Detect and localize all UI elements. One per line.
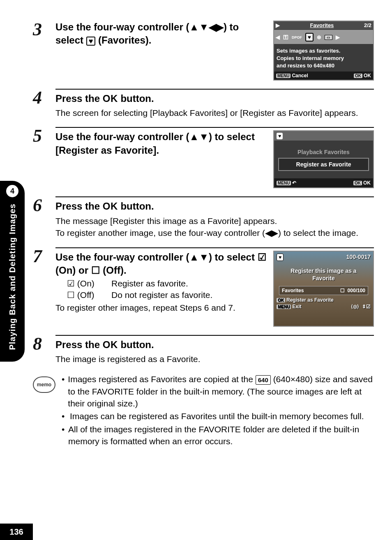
step-3: 3 Use the four-way controller (▲▼◀▶) to … (33, 21, 374, 81)
page-content: 3 Use the four-way controller (▲▼◀▶) to … (33, 21, 374, 448)
menu-button-label: MENU (277, 305, 291, 309)
step-number: 3 (33, 21, 49, 39)
step-7: 7 Use the four-way controller (▲▼) to se… (33, 247, 374, 327)
ok-button-label: OK (353, 181, 362, 185)
favorites-icon: ♥ (277, 133, 283, 139)
nav-icons: ⟨◎⟩ ⇕☑ (351, 304, 371, 309)
step-4-title: Press the OK button. (55, 92, 374, 105)
ok-button-label: OK (277, 298, 285, 302)
memo-block: memo •Images registered as Favorites are… (33, 373, 374, 448)
step-4-desc: The screen for selecting [Playback Favor… (55, 107, 374, 119)
startup-icon: ⊛ (317, 34, 321, 40)
cancel-label: Cancel (292, 73, 308, 78)
lcd-title: Favorites (310, 22, 334, 28)
register-as-favorite-label: Register as Favorite (286, 297, 334, 303)
file-number: 100-0017 (346, 254, 371, 260)
key-icon: ⚿ (283, 34, 288, 40)
memo-icon: memo (33, 376, 55, 393)
step-7-repeat: To register other images, repeat Steps 6… (55, 302, 267, 314)
page-number: 136 (0, 524, 33, 540)
lcd-description: Sets images as favorites. Copies to inte… (274, 44, 373, 72)
step-7-title: Use the four-way controller (▲▼) to sele… (55, 251, 267, 277)
favorites-icon: ♥ (86, 37, 96, 46)
favorites-counter-bar: Favorites ☐ 000/100 (279, 286, 368, 295)
step-5: 5 Use the four-way controller (▲▼) to se… (33, 127, 374, 188)
step-3-title: Use the four-way controller (▲▼◀▶) to se… (55, 21, 267, 47)
off-option: ☐ (Off) (67, 290, 104, 300)
lcd-page-indicator: 2/2 (364, 22, 371, 28)
step-8: 8 Press the OK button. The image is regi… (33, 335, 374, 365)
ok-text: OK (364, 73, 371, 78)
favorites-icon-selected: ♥ (305, 33, 314, 42)
lcd-register-image: ♥ 100-0017 Register this image as a Favo… (273, 251, 374, 327)
chapter-number-badge: 4 (6, 185, 18, 197)
step-number: 7 (33, 247, 49, 265)
back-icon: ↶ (292, 180, 296, 186)
dpof-icon: DPOF (292, 35, 302, 39)
checkbox-icon: ☐ (340, 288, 345, 293)
step-6-title: Press the OK button. (55, 200, 374, 213)
ok-text: OK (363, 180, 371, 186)
step-4: 4 Press the OK button. The screen for se… (33, 89, 374, 119)
lcd-icon-row: ◀ ⚿ DPOF ♥ ⊛ ▭ ▶ (274, 30, 373, 44)
step-5-title: Use the four-way controller (▲▼) to sele… (55, 130, 267, 157)
step-number: 8 (33, 335, 49, 353)
step-number: 4 (33, 89, 49, 107)
on-option: ☑ (On) (67, 279, 104, 288)
playback-icon: ▶ (276, 22, 280, 28)
step-6: 6 Press the OK button. The message [Regi… (33, 196, 374, 239)
memo-bullet-2: Images can be registered as Favorites un… (70, 410, 364, 422)
menu-button-label: MENU (276, 74, 291, 78)
memo-bullet-1: Images registered as Favorites are copie… (68, 373, 374, 409)
menu-register-as-favorite: Register as Favorite (278, 158, 369, 171)
step-6-desc: The message [Register this image as a Fa… (55, 215, 374, 239)
step-number: 5 (33, 127, 49, 145)
menu-playback-favorites: Playback Favorites (278, 146, 369, 158)
on-desc: Register as favorite. (111, 279, 188, 288)
step-8-desc: The image is registered as a Favorite. (55, 353, 374, 365)
favorites-icon: ♥ (277, 254, 284, 261)
lcd-favorite-menu: ♥ Playback Favorites Register as Favorit… (273, 130, 374, 188)
memo-bullet-3: All of the images registered in the FAVO… (68, 423, 374, 448)
frame-icon: ▭ (325, 35, 332, 40)
exit-label: Exit (292, 304, 301, 309)
lcd-favorites-palette: ▶ Favorites 2/2 ◀ ⚿ DPOF ♥ ⊛ ▭ ▶ Set (273, 21, 374, 81)
chapter-side-tab: 4 Playing Back and Deleting Images (0, 181, 25, 362)
ok-button-label: OK (354, 74, 362, 78)
size-640-badge: 640 (256, 375, 271, 385)
chapter-title: Playing Back and Deleting Images (8, 203, 17, 350)
menu-button-label: MENU (277, 181, 291, 185)
off-desc: Do not register as favorite. (111, 290, 212, 300)
step-number: 6 (33, 196, 49, 215)
step-8-title: Press the OK button. (55, 338, 374, 351)
